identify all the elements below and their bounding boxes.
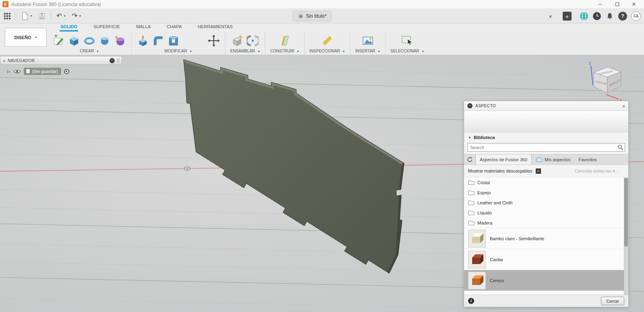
collapse-left-icon[interactable]: « bbox=[3, 58, 5, 63]
tab-herramientas[interactable]: HERRAMIENTAS bbox=[197, 23, 233, 31]
activate-component-radio[interactable] bbox=[64, 69, 69, 74]
show-downloadable-checkbox[interactable]: ✓ bbox=[536, 168, 541, 174]
scrollbar-thumb[interactable] bbox=[624, 178, 628, 246]
extrude-button[interactable] bbox=[68, 34, 80, 47]
folder-cristal[interactable]: Cristal bbox=[464, 177, 628, 187]
help-icon: ? bbox=[621, 13, 624, 19]
maximize-icon bbox=[615, 2, 619, 6]
aspect-header[interactable]: − ASPECTO » bbox=[464, 101, 628, 111]
document-tab-label: Sin título* bbox=[306, 13, 326, 19]
minimize-button[interactable] bbox=[597, 2, 603, 7]
dropdown-arrow-icon: ▼ bbox=[297, 50, 299, 53]
dropdown-arrow-icon: ▼ bbox=[189, 50, 192, 53]
dropdown-arrow-icon: ▼ bbox=[63, 15, 66, 17]
tab-favorites[interactable]: Favoritos bbox=[574, 154, 601, 164]
activity-history-button[interactable] bbox=[592, 12, 601, 21]
material-bambu[interactable]: Bambú claro - Semibrillante bbox=[464, 228, 628, 249]
material-caoba[interactable]: Caoba bbox=[464, 249, 628, 270]
tab-malla[interactable]: MALLA bbox=[135, 23, 151, 31]
search-row bbox=[464, 142, 628, 154]
folder-leather-and-cloth[interactable]: Leather and Cloth bbox=[464, 198, 628, 208]
undo-button[interactable]: ↶ ▼ bbox=[55, 11, 68, 21]
measure-button[interactable] bbox=[321, 34, 334, 47]
press-pull-button[interactable] bbox=[136, 34, 149, 47]
joint-button[interactable] bbox=[246, 34, 259, 47]
model-body[interactable] bbox=[184, 60, 404, 273]
shell-button[interactable] bbox=[167, 34, 180, 47]
workspace-selector[interactable]: DISEÑO ▼ bbox=[5, 28, 47, 47]
section-collapse-arrow-icon: ▼ bbox=[468, 136, 471, 139]
aspect-footer: i Cerrar bbox=[464, 295, 628, 307]
redo-button[interactable]: ↷ ▼ bbox=[70, 11, 83, 21]
sweep-button[interactable] bbox=[98, 34, 111, 47]
search-icon bbox=[617, 144, 623, 150]
panel-grip-icon[interactable] bbox=[117, 58, 119, 63]
maximize-button[interactable] bbox=[614, 2, 620, 7]
collapse-dialog-icon[interactable]: − bbox=[467, 103, 473, 108]
in-design-dropzone[interactable] bbox=[464, 111, 628, 133]
tab-chapa[interactable]: CHAPA bbox=[166, 23, 182, 31]
move-copy-button[interactable] bbox=[207, 34, 220, 47]
origin-marker[interactable] bbox=[184, 167, 190, 171]
group-label-ensamblar[interactable]: ENSAMBLAR bbox=[230, 49, 255, 53]
library-section-header[interactable]: ▼ Biblioteca bbox=[464, 133, 628, 142]
close-tab-button[interactable]: × bbox=[547, 13, 554, 20]
select-button[interactable] bbox=[401, 34, 414, 47]
document-tab[interactable]: Sin título* bbox=[293, 11, 332, 21]
group-label-insertar[interactable]: INSERTAR bbox=[355, 49, 375, 53]
document-root-item[interactable]: (Sin guardar) bbox=[24, 68, 61, 75]
folder-icon bbox=[468, 210, 475, 215]
folder-label: Cristal bbox=[477, 180, 490, 185]
navigator-root-row: ▷ (Sin guardar) bbox=[0, 65, 122, 75]
window-titlebar: F Autodesk Fusion 360 (Licencia educativ… bbox=[0, 0, 644, 9]
revolve-button[interactable] bbox=[83, 34, 96, 47]
group-label-modificar[interactable]: MODIFICAR bbox=[165, 49, 187, 53]
material-cerezo[interactable]: Cerezo bbox=[464, 270, 628, 291]
folder-liquido[interactable]: Líquido bbox=[464, 208, 628, 218]
folder-label: Leather and Cloth bbox=[477, 200, 512, 205]
tab-solido[interactable]: SOLIDO bbox=[60, 23, 78, 31]
create-form-button[interactable] bbox=[114, 34, 126, 47]
visibility-eye-icon[interactable] bbox=[13, 69, 21, 74]
new-document-button[interactable]: + bbox=[563, 12, 572, 21]
view-cube[interactable]: Z X SUPERIOR FRONTAL DERECHA bbox=[586, 59, 629, 103]
app-grid-button[interactable] bbox=[2, 11, 12, 21]
collapse-panel-icon[interactable]: − bbox=[109, 58, 115, 63]
close-button[interactable]: ✕ bbox=[631, 2, 637, 7]
construction-plane-button[interactable] bbox=[278, 34, 291, 47]
group-label-crear[interactable]: CREAR bbox=[80, 49, 94, 53]
cancel-downloads-link[interactable]: Cancelar todas las d... bbox=[575, 168, 624, 173]
refresh-library-button[interactable] bbox=[464, 154, 475, 164]
new-component-button[interactable] bbox=[231, 34, 244, 47]
create-sketch-button[interactable] bbox=[52, 34, 65, 47]
file-menu-button[interactable]: ▼ bbox=[20, 11, 34, 21]
tab-superficie[interactable]: SUPERFICIE bbox=[93, 23, 121, 31]
folder-espejo[interactable]: Espejo bbox=[464, 187, 628, 198]
cerrar-button[interactable]: Cerrar bbox=[601, 297, 624, 305]
group-label-seleccionar[interactable]: SELECCIONAR bbox=[390, 49, 419, 53]
group-construir: CONSTRUIR ▼ bbox=[265, 31, 304, 55]
redo-icon: ↷ bbox=[72, 12, 77, 19]
navigator-header[interactable]: « NAVEGADOR − bbox=[0, 56, 122, 65]
revolve-icon bbox=[83, 35, 95, 47]
fillet-button[interactable] bbox=[152, 34, 165, 47]
save-button[interactable] bbox=[37, 11, 47, 21]
group-label-construir[interactable]: CONSTRUIR bbox=[270, 49, 294, 53]
new-component-icon bbox=[231, 35, 244, 47]
group-label-inspeccionar[interactable]: INSPECCIONAR bbox=[310, 49, 340, 53]
folder-madera[interactable]: Madera bbox=[464, 218, 628, 228]
notifications-button[interactable] bbox=[605, 12, 614, 21]
tab-my-aspects[interactable]: Mis aspectos bbox=[532, 154, 574, 164]
undo-icon: ↶ bbox=[56, 12, 62, 19]
search-input[interactable] bbox=[467, 143, 625, 152]
material-thumbnail bbox=[468, 230, 486, 248]
user-avatar[interactable]: FA bbox=[631, 11, 641, 21]
expand-arrow-icon[interactable]: ▷ bbox=[7, 69, 10, 74]
insert-canvas-button[interactable] bbox=[361, 34, 374, 47]
job-status-button[interactable] bbox=[580, 12, 588, 21]
help-button[interactable]: ? bbox=[618, 12, 627, 21]
info-icon[interactable]: i bbox=[468, 298, 474, 304]
tab-fusion-aspects[interactable]: Aspectos de Fusion 360 bbox=[475, 154, 532, 164]
expand-right-icon[interactable]: » bbox=[622, 103, 625, 109]
list-scrollbar[interactable] bbox=[624, 177, 628, 295]
